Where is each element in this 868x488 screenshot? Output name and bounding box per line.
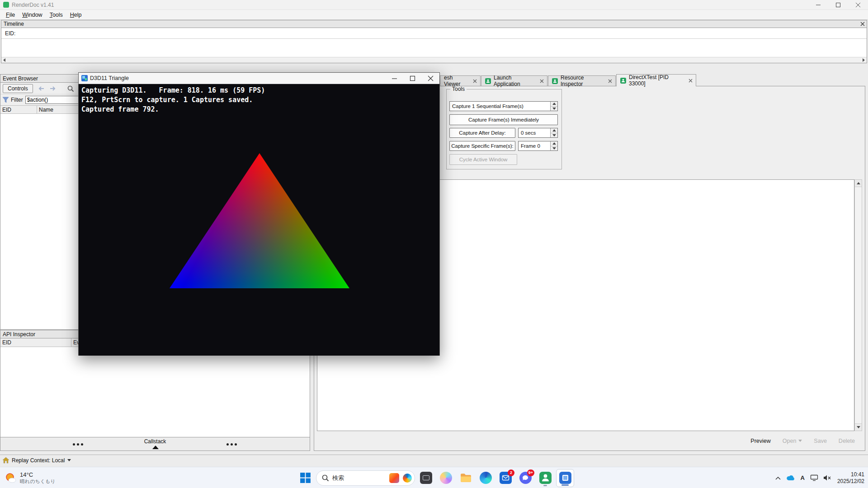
dark-app-icon bbox=[420, 472, 432, 484]
spin-down-button[interactable] bbox=[551, 146, 557, 151]
window-title: RenderDoc v1.41 bbox=[12, 2, 54, 8]
close-icon bbox=[428, 76, 433, 81]
sequential-frames-spinbox[interactable]: Capture 1 Sequential Frame(s) bbox=[449, 101, 558, 111]
spinner-buttons[interactable] bbox=[550, 128, 557, 137]
sequential-frames-value[interactable]: Capture 1 Sequential Frame(s) bbox=[450, 102, 550, 111]
start-button[interactable] bbox=[296, 469, 314, 487]
tab-close-button[interactable] bbox=[689, 79, 692, 82]
d3d11-titlebar[interactable]: D3D11 Triangle bbox=[79, 73, 439, 84]
scroll-up-button[interactable] bbox=[855, 180, 862, 187]
spinner-buttons[interactable] bbox=[550, 102, 557, 111]
taskbar-icon-renderdoc[interactable] bbox=[536, 469, 554, 487]
vertical-scrollbar[interactable] bbox=[854, 179, 862, 431]
cycle-active-window-button: Cycle Active Window bbox=[449, 154, 517, 165]
capture-specific-frames-button[interactable]: Capture Specific Frame(s): bbox=[449, 141, 515, 151]
scroll-right-icon[interactable] bbox=[863, 58, 865, 62]
column-eid[interactable]: EID bbox=[0, 338, 71, 347]
tab-close-button[interactable] bbox=[609, 80, 612, 83]
maximize-button[interactable] bbox=[403, 73, 421, 84]
rewards-icon[interactable] bbox=[403, 474, 412, 483]
weather-icon bbox=[5, 472, 16, 484]
spin-up-button[interactable] bbox=[551, 102, 557, 107]
chevron-down-icon[interactable] bbox=[67, 459, 71, 461]
column-eid[interactable]: EID bbox=[0, 106, 37, 113]
tray-display-icon[interactable] bbox=[811, 475, 818, 481]
ime-indicator[interactable]: A bbox=[801, 474, 805, 481]
spin-down-button[interactable] bbox=[551, 133, 557, 138]
weather-description: 晴れのちくもり bbox=[20, 478, 56, 485]
menu-help[interactable]: Help bbox=[67, 11, 85, 19]
down-arrow-icon bbox=[857, 426, 860, 428]
tab-close-button[interactable] bbox=[473, 80, 476, 83]
maximize-button[interactable] bbox=[828, 0, 848, 10]
callstack-label[interactable]: Callstack bbox=[0, 438, 310, 445]
search-box[interactable]: 検索 bbox=[316, 470, 415, 486]
spin-up-button[interactable] bbox=[551, 141, 557, 146]
tray-cloud-icon[interactable] bbox=[787, 475, 795, 481]
menu-window[interactable]: Window bbox=[19, 11, 45, 19]
tab-launch-application[interactable]: Launch Application bbox=[481, 75, 547, 86]
taskbar-icon-file-explorer[interactable] bbox=[457, 469, 475, 487]
timeline-eid-row: EID: bbox=[1, 28, 867, 39]
timeline-hscrollbar[interactable] bbox=[1, 57, 867, 63]
tray-chevron-up-icon[interactable] bbox=[775, 476, 781, 480]
find-event-button[interactable] bbox=[66, 84, 75, 93]
clock[interactable]: 10:41 2025/12/02 bbox=[837, 471, 864, 485]
d3d11-triangle-window[interactable]: D3D11 Triangle Capturing D3D11. Frame: 8… bbox=[78, 72, 440, 356]
tab-label: DirectXTest [PID 33000] bbox=[629, 74, 686, 87]
taskbar-icon-dark-app[interactable] bbox=[417, 469, 435, 487]
d3d11-window-controls bbox=[385, 73, 439, 84]
timeline-titlebar: Timeline bbox=[1, 20, 867, 28]
tab-mesh-viewer[interactable]: esh Viewer bbox=[440, 75, 481, 86]
replay-context-label[interactable]: Replay Context: Local bbox=[12, 457, 65, 464]
delay-spinbox[interactable]: 0 secs bbox=[518, 128, 558, 138]
callstack-section: Callstack bbox=[0, 437, 310, 450]
specific-frame-value[interactable]: Frame 0 bbox=[519, 141, 550, 150]
splitter-dots[interactable] bbox=[226, 443, 237, 446]
timeline-close-button[interactable] bbox=[861, 21, 864, 27]
desktop: { "window": { "title": "RenderDoc v1.41"… bbox=[0, 0, 868, 488]
close-button[interactable] bbox=[848, 0, 868, 10]
api-inspector-list[interactable] bbox=[0, 347, 310, 437]
taskbar-icon-chat[interactable]: 9+ bbox=[516, 469, 534, 487]
callstack-expand-icon[interactable] bbox=[152, 446, 159, 449]
close-button[interactable] bbox=[421, 73, 439, 84]
event-browser-title: Event Browser bbox=[3, 75, 38, 82]
preview-button[interactable]: Preview bbox=[750, 438, 770, 444]
renderdoc-tab-icon bbox=[485, 78, 491, 84]
chevron-down-icon bbox=[798, 440, 802, 442]
tray-volume-muted-icon[interactable] bbox=[824, 475, 831, 481]
scroll-down-button[interactable] bbox=[855, 423, 862, 431]
tab-directxtest[interactable]: DirectXTest [PID 33000] bbox=[616, 74, 696, 86]
specific-frame-spinbox[interactable]: Frame 0 bbox=[518, 141, 558, 151]
controls-button[interactable]: Controls bbox=[3, 84, 33, 93]
triangle-blue-layer bbox=[170, 153, 349, 288]
delay-value[interactable]: 0 secs bbox=[519, 128, 550, 137]
open-button[interactable]: Open bbox=[783, 438, 802, 444]
taskbar-icon-mail[interactable]: 2 bbox=[496, 469, 514, 487]
delete-button[interactable]: Delete bbox=[839, 438, 855, 444]
save-button[interactable]: Save bbox=[814, 438, 827, 444]
minimize-button[interactable] bbox=[385, 73, 403, 84]
tab-resource-inspector[interactable]: Resource Inspector bbox=[548, 75, 616, 86]
search-highlight-icon[interactable] bbox=[389, 473, 399, 483]
back-arrow-button[interactable] bbox=[36, 84, 46, 93]
scroll-left-icon[interactable] bbox=[3, 58, 5, 62]
search-placeholder: 検索 bbox=[332, 474, 386, 482]
console-line-2: F12, PrtScrn to capture. 1 Captures save… bbox=[81, 96, 253, 104]
menu-tools[interactable]: Tools bbox=[47, 11, 66, 19]
spinner-buttons[interactable] bbox=[550, 141, 557, 150]
spin-up-button[interactable] bbox=[551, 128, 557, 133]
taskbar-icon-active-app[interactable] bbox=[556, 469, 574, 487]
close-icon bbox=[689, 79, 692, 82]
tab-close-button[interactable] bbox=[540, 80, 543, 83]
forward-arrow-button[interactable] bbox=[48, 84, 58, 93]
capture-after-delay-button[interactable]: Capture After Delay: bbox=[449, 128, 515, 138]
capture-immediately-button[interactable]: Capture Frame(s) Immediately bbox=[449, 114, 558, 125]
taskbar-icon-edge[interactable] bbox=[476, 469, 495, 487]
menu-file[interactable]: File bbox=[3, 11, 18, 19]
weather-widget[interactable]: 14°C 晴れのちくもり bbox=[5, 467, 56, 488]
minimize-button[interactable] bbox=[808, 0, 828, 10]
taskbar-icon-copilot[interactable] bbox=[437, 469, 455, 487]
spin-down-button[interactable] bbox=[551, 107, 557, 111]
